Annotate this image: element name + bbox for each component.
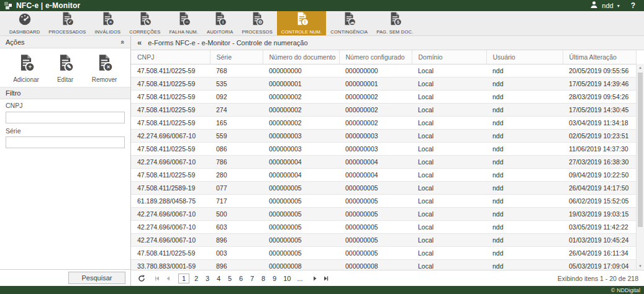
cnpj-input[interactable] bbox=[6, 112, 125, 123]
page-button-5[interactable]: 5 bbox=[225, 274, 234, 283]
page-button-3[interactable]: 3 bbox=[203, 274, 212, 283]
toolbar-tab-pag-sem-doc[interactable]: $PAG. SEM DOC. bbox=[372, 11, 417, 35]
doc-minus-icon: − bbox=[176, 11, 191, 29]
table-row[interactable]: 47.508.411/0225-59003000000005000000005L… bbox=[131, 246, 636, 259]
table-cell: 000000000 bbox=[339, 64, 412, 77]
toolbar-tab-dashboard[interactable]: DASHBOARD bbox=[5, 11, 44, 35]
actions-title: Ações bbox=[6, 38, 25, 46]
page-button-[interactable]: ... bbox=[295, 274, 304, 283]
toolbar-tab-conting-ncia[interactable]: ☁CONTINGÊNCIA bbox=[326, 11, 372, 35]
s-rie-input[interactable] bbox=[6, 136, 125, 148]
vertical-scrollbar[interactable]: ▲ ▼ bbox=[636, 64, 644, 270]
column-header-n-mero-configurado[interactable]: Número configurado bbox=[339, 50, 412, 64]
table-cell: 000000005 bbox=[263, 246, 339, 259]
table-cell: 768 bbox=[210, 64, 263, 77]
page-button-6[interactable]: 6 bbox=[237, 274, 245, 283]
table-cell: 42.274.696/0067-10 bbox=[131, 155, 210, 168]
table-cell: 000000005 bbox=[339, 181, 412, 194]
page-button-2[interactable]: 2 bbox=[192, 274, 201, 283]
table-row[interactable]: 47.508.411/0225-59768000000000000000000L… bbox=[131, 64, 636, 77]
table-row[interactable]: 61.189.288/0458-75717000000005000000005L… bbox=[131, 194, 636, 207]
user-name: ndd bbox=[602, 2, 613, 9]
table-cell: 47.508.411/0225-59 bbox=[131, 116, 210, 129]
column-header-ltima-altera-o[interactable]: Última Alteração bbox=[563, 50, 636, 64]
page-buttons: 12345678910... bbox=[178, 274, 305, 283]
column-header-cnpj[interactable]: CNPJ bbox=[131, 50, 210, 64]
prev-page-icon[interactable] bbox=[165, 275, 171, 282]
table-row[interactable]: 42.274.696/0067-10559000000003000000003L… bbox=[131, 129, 636, 142]
page-button-10[interactable]: 10 bbox=[281, 274, 293, 283]
filter-title: Filtro bbox=[6, 89, 20, 97]
table-cell: ndd bbox=[486, 181, 563, 194]
column-header-dom-nio[interactable]: Domínio bbox=[412, 50, 486, 64]
table-cell: Local bbox=[412, 77, 486, 90]
page-button-4[interactable]: 4 bbox=[214, 274, 223, 283]
toolbar-tab-label: PROCESSADOS bbox=[48, 29, 86, 35]
next-page-icon[interactable] bbox=[312, 275, 318, 282]
table-cell: 786 bbox=[210, 155, 263, 168]
page-button-8[interactable]: 8 bbox=[259, 274, 268, 283]
table-cell: ndd bbox=[486, 233, 563, 246]
toolbar-tab-processados[interactable]: ✓PROCESSADOS bbox=[44, 11, 90, 35]
refresh-icon[interactable] bbox=[138, 275, 145, 282]
table-cell: Local bbox=[412, 181, 486, 194]
table-cell: 42.274.696/0067-10 bbox=[131, 233, 210, 246]
user-menu[interactable]: ndd ▾ bbox=[590, 0, 619, 11]
actions-collapse-icon[interactable]: « bbox=[119, 40, 127, 44]
table-cell: ndd bbox=[486, 220, 563, 233]
toolbar-tab-processos[interactable]: ⚙PROCESSOS bbox=[238, 11, 277, 35]
page-button-7[interactable]: 7 bbox=[248, 274, 256, 283]
table-row[interactable]: 47.508.411/0225-59274000000002000000002L… bbox=[131, 103, 636, 116]
first-page-icon[interactable] bbox=[155, 275, 161, 282]
table-row[interactable]: 33.780.883/0001-59896000000008000000008L… bbox=[131, 259, 636, 270]
table-row[interactable]: 42.274.696/0067-10896000000005000000005L… bbox=[131, 233, 636, 246]
action-button-editar[interactable]: ✎Editar bbox=[48, 53, 83, 83]
svg-text:$: $ bbox=[397, 19, 399, 25]
page-button-current[interactable]: 1 bbox=[178, 274, 189, 283]
column-header-n-mero-do-documento[interactable]: Número do documento bbox=[263, 50, 339, 64]
scrollbar-thumb[interactable] bbox=[638, 73, 643, 227]
table-row[interactable]: 47.508.411/0225-59086000000003000000003L… bbox=[131, 142, 636, 155]
table-row[interactable]: 42.274.696/0067-10603000000005000000005L… bbox=[131, 220, 636, 233]
table-row[interactable]: 42.274.696/0067-10500000000005000000005L… bbox=[131, 207, 636, 220]
table-row[interactable]: 42.274.696/0067-10786000000004000000004L… bbox=[131, 155, 636, 168]
panel-collapse-left-icon[interactable]: « bbox=[137, 37, 142, 49]
action-button-adicionar[interactable]: +Adicionar bbox=[9, 53, 43, 83]
sidebar-footer: Pesquisar bbox=[0, 269, 130, 286]
table-cell: 03/04/2019 11:34:18 bbox=[563, 116, 636, 129]
scroll-up-icon[interactable]: ▲ bbox=[637, 66, 644, 69]
toolbar-tab-auditoria[interactable]: iAUDITORIA bbox=[202, 11, 238, 35]
table-cell: 717 bbox=[210, 194, 263, 207]
toolbar-tab-label: PROCESSOS bbox=[242, 29, 273, 35]
last-page-icon[interactable] bbox=[322, 275, 329, 282]
action-button-remover[interactable]: ×Remover bbox=[87, 53, 122, 83]
page-button-9[interactable]: 9 bbox=[270, 274, 279, 283]
table-cell: Local bbox=[412, 116, 486, 129]
table-row[interactable]: 47.508.411/0225-59535000000001000000001L… bbox=[131, 77, 636, 90]
doc-gear-icon: ⚙ bbox=[250, 11, 265, 29]
doc-pencil-icon: ✎ bbox=[56, 53, 75, 74]
table-cell: 000000005 bbox=[263, 207, 339, 220]
search-button[interactable]: Pesquisar bbox=[68, 272, 125, 284]
column-header-usu-rio[interactable]: Usuário bbox=[486, 50, 563, 64]
table-cell: Local bbox=[412, 233, 486, 246]
table-row[interactable]: 47.508.411/0225-59092000000002000000002L… bbox=[131, 90, 636, 103]
table-cell: 896 bbox=[210, 233, 263, 246]
table-cell: 05/03/2019 17:09:04 bbox=[563, 259, 636, 270]
filter-panel-header: Filtro bbox=[0, 87, 130, 99]
app-title: NFC-e | e-Monitor bbox=[16, 1, 80, 10]
pager-nav: 12345678910... bbox=[155, 274, 329, 283]
toolbar-tab-falha-num[interactable]: −FALHA NUM. bbox=[165, 11, 202, 35]
toolbar-tab-corre-es[interactable]: ✎CORREÇÕES bbox=[125, 11, 165, 35]
table-row[interactable]: 47.508.411/0225-59280000000004000000004L… bbox=[131, 168, 636, 181]
table-cell: 077 bbox=[210, 181, 263, 194]
column-header-s-rie[interactable]: Série bbox=[210, 50, 263, 64]
help-button[interactable]: ? bbox=[631, 1, 635, 10]
scroll-down-icon[interactable]: ▼ bbox=[637, 264, 644, 268]
table-cell: 01/03/2019 10:45:24 bbox=[563, 233, 636, 246]
table-cell: ndd bbox=[486, 155, 563, 168]
toolbar-tab-controle-num[interactable]: !CONTROLE NUM. bbox=[277, 11, 327, 35]
table-row[interactable]: 47.508.411/2589-19077000000005000000005L… bbox=[131, 181, 636, 194]
toolbar-tab-inv-lidos[interactable]: ×INVÁLIDOS bbox=[90, 11, 125, 35]
table-row[interactable]: 47.508.411/0225-59165000000002000000002L… bbox=[131, 116, 636, 129]
